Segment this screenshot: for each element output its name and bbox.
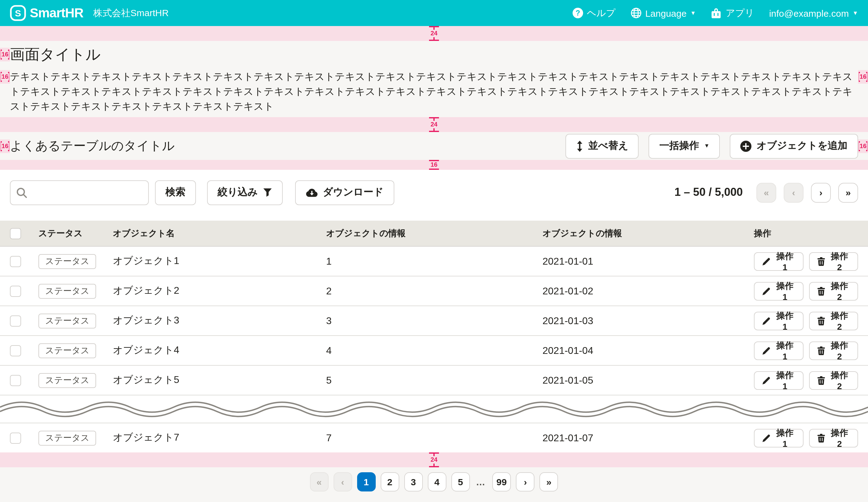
row-action1-label: 操作1	[774, 340, 795, 361]
next-page-button[interactable]: ›	[811, 182, 831, 202]
spacing-band-bottom: 24	[0, 452, 868, 467]
next-page-button[interactable]: ›	[516, 472, 535, 491]
object-table: ステータス オブジェクト名 オブジェクトの情報 オブジェクトの情報 操作 ステー…	[0, 221, 868, 452]
apps-label: アプリ	[726, 7, 754, 19]
page-button-3[interactable]: 3	[404, 472, 423, 491]
page-button-4[interactable]: 4	[427, 472, 446, 491]
object-info-number-cell: 4	[326, 345, 542, 356]
row-checkbox[interactable]	[10, 285, 21, 296]
object-name-cell: オブジェクト4	[113, 344, 326, 357]
range-text: 1 – 50 / 5,000	[674, 186, 743, 199]
row-action1-button[interactable]: 操作1	[754, 252, 804, 271]
status-badge: ステータス	[39, 254, 96, 269]
measure-24-marker: 24	[428, 26, 440, 41]
row-action2-label: 操作2	[829, 280, 850, 302]
sort-vertical-icon	[576, 140, 583, 151]
trash-icon	[817, 346, 825, 355]
row-action2-button[interactable]: 操作2	[809, 252, 858, 271]
row-checkbox[interactable]	[10, 432, 21, 443]
table-row: ステータス オブジェクト4 4 2021-01-04 操作1	[0, 336, 868, 366]
pencil-icon	[762, 286, 771, 295]
row-action1-button[interactable]: 操作1	[754, 311, 804, 330]
help-link[interactable]: ? ヘルプ	[572, 7, 615, 19]
row-action1-button[interactable]: 操作1	[754, 341, 804, 360]
row-action2-label: 操作2	[829, 251, 850, 272]
row-checkbox[interactable]	[10, 315, 21, 326]
page-description: テキストテキストテキストテキストテキストテキストテキストテキストテキストテキスト…	[10, 70, 858, 114]
row-action2-label: 操作2	[829, 340, 850, 361]
add-object-button[interactable]: オブジェクトを追加	[730, 134, 858, 158]
first-page-button[interactable]: «	[756, 182, 776, 202]
page-button-2[interactable]: 2	[380, 472, 399, 491]
row-checkbox[interactable]	[10, 255, 21, 267]
object-info-date-cell: 2021-01-01	[542, 255, 754, 267]
trash-icon	[817, 316, 825, 325]
pencil-icon	[762, 433, 771, 442]
last-page-button[interactable]: »	[540, 472, 558, 491]
table-row: ステータス オブジェクト3 3 2021-01-03 操作1	[0, 306, 868, 336]
row-action1-button[interactable]: 操作1	[754, 282, 804, 300]
row-action2-button[interactable]: 操作2	[809, 429, 858, 447]
row-action2-button[interactable]: 操作2	[809, 371, 858, 389]
search-input[interactable]	[10, 180, 149, 205]
row-action2-button[interactable]: 操作2	[809, 282, 858, 300]
search-box	[10, 180, 149, 205]
page-button-1[interactable]: 1	[357, 472, 375, 491]
spacing-band-panel: 16	[0, 160, 868, 170]
account-menu[interactable]: info@example.com ▼	[769, 8, 858, 18]
row-action2-button[interactable]: 操作2	[809, 341, 858, 360]
download-button[interactable]: ダウンロード	[295, 180, 394, 205]
help-icon: ?	[572, 8, 583, 19]
page-button-99[interactable]: 99	[492, 472, 511, 491]
table-panel: 検索 絞り込み ダウンロード	[0, 170, 868, 452]
sort-button[interactable]: 並べ替え	[565, 134, 639, 158]
column-header-ops: 操作	[754, 228, 868, 239]
object-name-cell: オブジェクト1	[113, 255, 326, 268]
svg-text:S: S	[15, 8, 21, 18]
smarthr-page: S SmartHR 株式会社SmartHR ? ヘルプ	[0, 0, 868, 502]
help-label: ヘルプ	[587, 7, 615, 19]
filter-button[interactable]: 絞り込み	[207, 180, 283, 205]
page-title: 画面タイトル	[10, 45, 858, 64]
search-button-label: 検索	[166, 186, 185, 199]
row-action1-button[interactable]: 操作1	[754, 371, 804, 389]
first-page-button[interactable]: «	[310, 472, 328, 491]
prev-page-button[interactable]: ‹	[784, 182, 804, 202]
table-body-after-gap: ステータス オブジェクト7 7 2021-01-07 操作1	[0, 423, 868, 452]
status-badge: ステータス	[39, 373, 96, 388]
search-icon	[16, 187, 27, 198]
smarthr-logo[interactable]: S SmartHR	[10, 5, 83, 21]
row-action1-button[interactable]: 操作1	[754, 429, 804, 447]
row-action2-button[interactable]: 操作2	[809, 311, 858, 330]
row-checkbox[interactable]	[10, 345, 21, 356]
bottom-pagination: « ‹ 12345…99 › »	[0, 467, 868, 502]
account-email: info@example.com	[769, 8, 849, 18]
table-row: ステータス オブジェクト5 5 2021-01-05 操作1	[0, 366, 868, 395]
smarthr-logo-text: SmartHR	[30, 6, 83, 20]
last-page-button[interactable]: »	[838, 182, 858, 202]
chevron-down-icon: ▼	[704, 143, 710, 149]
row-checkbox[interactable]	[10, 375, 21, 386]
pagination-ellipsis: …	[475, 477, 487, 487]
select-all-checkbox[interactable]	[10, 228, 21, 239]
search-button[interactable]: 検索	[155, 180, 196, 205]
row-action2-label: 操作2	[829, 427, 850, 448]
row-action1-label: 操作1	[774, 370, 795, 391]
object-info-date-cell: 2021-01-05	[542, 375, 754, 386]
apps-link[interactable]: アプリ	[711, 7, 754, 19]
measure-16-chip: 16	[858, 139, 868, 153]
table-header-row: ステータス オブジェクト名 オブジェクトの情報 オブジェクトの情報 操作	[0, 221, 868, 247]
table-row: ステータス オブジェクト1 1 2021-01-01 操作1	[0, 247, 868, 276]
status-badge: ステータス	[39, 284, 96, 299]
language-menu[interactable]: Language ▼	[630, 8, 696, 19]
row-action1-label: 操作1	[774, 280, 795, 302]
svg-text:?: ?	[575, 9, 580, 17]
prev-page-button[interactable]: ‹	[333, 472, 352, 491]
pencil-icon	[762, 376, 771, 385]
table-toolbar: 検索 絞り込み ダウンロード	[0, 170, 868, 208]
measure-16-chip: 16	[858, 70, 868, 84]
bulk-action-button[interactable]: 一括操作 ▼	[649, 134, 720, 158]
toolbar-pagination: 1 – 50 / 5,000 « ‹ › »	[674, 182, 858, 202]
page-button-5[interactable]: 5	[451, 472, 470, 491]
object-info-number-cell: 3	[326, 315, 542, 326]
